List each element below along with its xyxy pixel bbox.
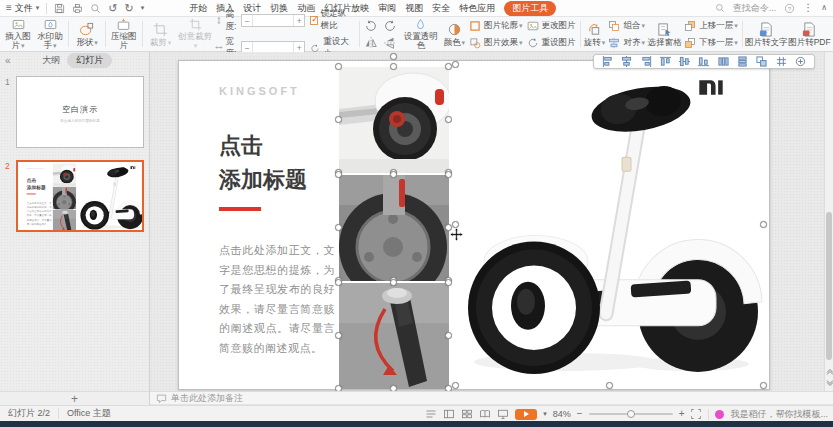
- selection-pane-button[interactable]: 选择窗格: [647, 18, 682, 50]
- slide-sorter-icon[interactable]: [461, 408, 473, 420]
- preview-icon[interactable]: [90, 3, 101, 14]
- selection-handle[interactable]: [335, 332, 342, 339]
- rotate-button[interactable]: 旋转: [582, 18, 606, 50]
- reading-view-icon[interactable]: [479, 408, 491, 420]
- selection-handle[interactable]: [390, 385, 397, 392]
- height-minus-button[interactable]: −: [242, 16, 252, 26]
- tab-home[interactable]: 开始: [189, 2, 207, 15]
- tab-view[interactable]: 视图: [405, 2, 423, 15]
- flip-vertical-icon[interactable]: [383, 36, 397, 50]
- align-top-icon[interactable]: [660, 56, 671, 67]
- selection-handle[interactable]: [606, 382, 613, 389]
- align-center-icon[interactable]: [621, 56, 632, 67]
- selection-handle[interactable]: [452, 61, 459, 68]
- shapes-button[interactable]: 形状: [71, 18, 103, 50]
- notes-toggle-icon[interactable]: [425, 408, 437, 420]
- tab-review[interactable]: 审阅: [378, 2, 396, 15]
- picture-effects-button[interactable]: 图片效果: [469, 36, 523, 50]
- bring-forward-button[interactable]: 上移一层: [684, 19, 738, 33]
- rotate-right-icon[interactable]: [383, 19, 397, 33]
- selection-handle[interactable]: [452, 221, 459, 228]
- play-slideshow-button[interactable]: [515, 409, 537, 420]
- change-picture-button[interactable]: 更改图片: [527, 19, 576, 33]
- selection-handle[interactable]: [390, 63, 397, 70]
- align-bottom-icon[interactable]: [698, 56, 709, 67]
- selection-handle[interactable]: [335, 224, 342, 231]
- grid-icon[interactable]: [776, 56, 787, 67]
- normal-view-icon[interactable]: [443, 408, 455, 420]
- search-icon[interactable]: [715, 3, 725, 13]
- selection-handle[interactable]: [445, 279, 452, 286]
- slide-canvas[interactable]: KINGSOFT 点击 添加标题 点击此处添加正文，文字是您思想的提炼，为了最终…: [150, 52, 824, 391]
- print-icon[interactable]: [72, 3, 83, 14]
- send-backward-button[interactable]: 下移一层: [684, 36, 738, 50]
- distribute-horizontal-icon[interactable]: [718, 56, 729, 67]
- tab-picture-tools[interactable]: 图片工具: [504, 1, 556, 16]
- selection-handle[interactable]: [760, 382, 767, 389]
- selection-handle[interactable]: [760, 221, 767, 228]
- desktop-view-icon[interactable]: [497, 408, 509, 420]
- lock-aspect-checkbox[interactable]: [310, 16, 317, 25]
- tab-special-apps[interactable]: 特色应用: [459, 2, 495, 15]
- notes-bar[interactable]: 单击此处添加备注: [150, 391, 833, 405]
- lock-aspect-checkbox-row[interactable]: 锁定纵横比: [310, 8, 354, 32]
- set-transparent-color-button[interactable]: 设置透明色: [400, 18, 442, 50]
- selection-handle[interactable]: [335, 171, 342, 178]
- scooter-wheel-image[interactable]: [339, 67, 449, 173]
- zoom-slider[interactable]: [589, 413, 673, 415]
- align-middle-icon[interactable]: [679, 56, 690, 67]
- insert-picture-button[interactable]: 插入图片: [2, 18, 34, 50]
- width-plus-button[interactable]: +: [294, 43, 304, 53]
- slide-body-placeholder[interactable]: 点击此处添加正文，文字是您思想的提炼，为了最终呈现发布的良好效果，请尽量言简意赅…: [219, 241, 335, 358]
- picture-to-text-button[interactable]: 图片转文字: [745, 18, 788, 50]
- selection-handle[interactable]: [335, 116, 342, 123]
- selection-handle[interactable]: [445, 332, 452, 339]
- file-menu-button[interactable]: ≡ 文件 ▾: [6, 2, 39, 15]
- zoom-slider-knob[interactable]: [627, 410, 635, 418]
- fit-screen-icon[interactable]: [690, 408, 702, 420]
- reset-picture-button[interactable]: 重设图片: [527, 36, 576, 50]
- group-button[interactable]: 组合: [608, 19, 645, 33]
- slide-title-placeholder[interactable]: 点击 添加标题: [219, 129, 307, 197]
- zoom-in-icon[interactable]: +: [679, 409, 685, 419]
- rotate-left-icon[interactable]: [364, 19, 378, 33]
- segway-image[interactable]: [456, 65, 764, 386]
- vertical-scrollbar[interactable]: [824, 52, 833, 391]
- slide-1-thumbnail[interactable]: 空白演示 单击输入您的封面副标题: [16, 76, 144, 148]
- selection-handle[interactable]: [390, 279, 397, 286]
- quick-access-more-icon[interactable]: ▾: [141, 3, 145, 13]
- more-icon[interactable]: ⋮: [803, 3, 813, 13]
- selection-handle[interactable]: [335, 279, 342, 286]
- align-left-icon[interactable]: [602, 56, 613, 67]
- tab-outline[interactable]: 大纲: [42, 54, 60, 67]
- compress-picture-button[interactable]: 压缩图片: [108, 18, 140, 50]
- picture-to-pdf-button[interactable]: 图片转PDF: [788, 18, 831, 50]
- collapse-panel-icon[interactable]: «: [5, 55, 11, 66]
- selection-handle[interactable]: [445, 63, 452, 70]
- picture-outline-button[interactable]: 图片轮廓: [469, 19, 523, 33]
- zoom-out-icon[interactable]: −: [577, 409, 583, 419]
- slide-2-thumbnail[interactable]: KINGSOFT 点击 添加标题 点击此处添加正文，文字是您思想的提炼，为了最终…: [16, 160, 144, 232]
- selection-handle[interactable]: [445, 116, 452, 123]
- crop-button[interactable]: 裁剪: [145, 18, 177, 50]
- flip-horizontal-icon[interactable]: [364, 36, 378, 50]
- tab-slides[interactable]: 幻灯片: [67, 53, 112, 68]
- height-plus-button[interactable]: +: [294, 16, 304, 26]
- scooter-fork-image[interactable]: [339, 175, 449, 281]
- distribute-vertical-icon[interactable]: [737, 56, 748, 67]
- assistant-message[interactable]: 我是稻仔，帮你找模板...: [730, 408, 828, 421]
- selection-handle[interactable]: [445, 171, 452, 178]
- play-options-icon[interactable]: ▾: [543, 409, 547, 419]
- rotate-handle[interactable]: [390, 53, 397, 60]
- selection-handle[interactable]: [335, 63, 342, 70]
- creative-crop-button[interactable]: 创意裁剪: [177, 18, 214, 50]
- selection-handle[interactable]: [335, 385, 342, 392]
- search-command-label[interactable]: 查找命令...: [733, 2, 777, 15]
- width-minus-button[interactable]: −: [242, 43, 252, 53]
- align-right-icon[interactable]: [641, 56, 652, 67]
- redo-icon[interactable]: ↻: [125, 3, 134, 13]
- undo-icon[interactable]: ↺: [108, 3, 117, 13]
- tab-security[interactable]: 安全: [432, 2, 450, 15]
- align-button[interactable]: 对齐: [608, 36, 645, 50]
- same-size-icon[interactable]: [756, 56, 767, 67]
